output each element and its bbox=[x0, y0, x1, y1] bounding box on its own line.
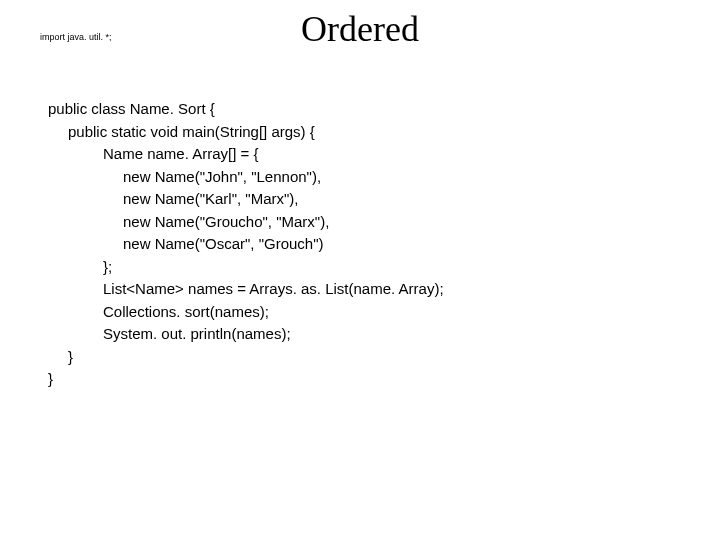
code-line: new Name("Oscar", "Grouch") bbox=[48, 233, 444, 256]
code-line: public static void main(String[] args) { bbox=[48, 121, 444, 144]
code-line: public class Name. Sort { bbox=[48, 98, 444, 121]
slide-title: Ordered bbox=[0, 8, 720, 50]
code-line: new Name("Karl", "Marx"), bbox=[48, 188, 444, 211]
code-line: } bbox=[48, 346, 444, 369]
header-row: import java. util. *; Ordered bbox=[0, 0, 720, 70]
code-line: new Name("Groucho", "Marx"), bbox=[48, 211, 444, 234]
code-line: } bbox=[48, 368, 444, 391]
code-line: Collections. sort(names); bbox=[48, 301, 444, 324]
code-line: List<Name> names = Arrays. as. List(name… bbox=[48, 278, 444, 301]
code-line: new Name("John", "Lennon"), bbox=[48, 166, 444, 189]
code-line: System. out. println(names); bbox=[48, 323, 444, 346]
code-line: }; bbox=[48, 256, 444, 279]
code-line: Name name. Array[] = { bbox=[48, 143, 444, 166]
code-block: public class Name. Sort { public static … bbox=[48, 98, 444, 391]
